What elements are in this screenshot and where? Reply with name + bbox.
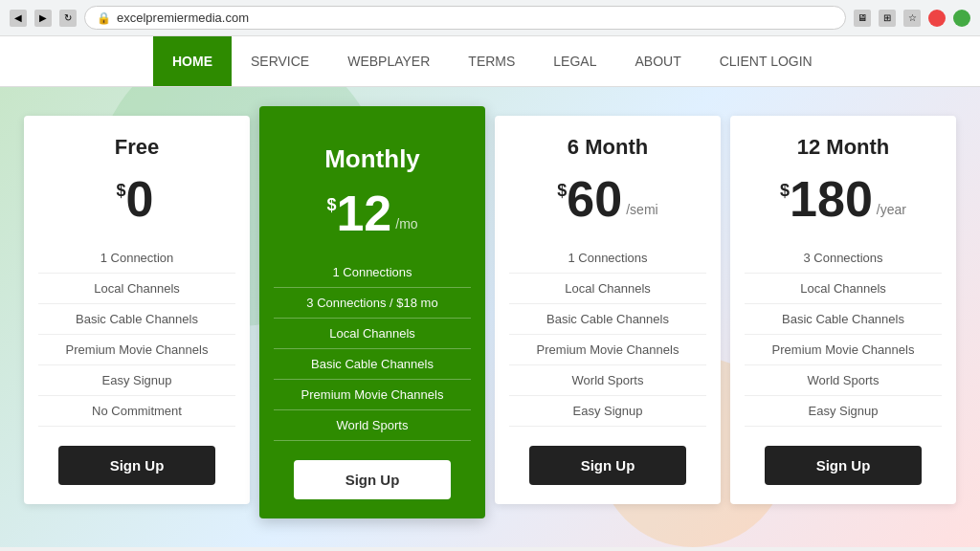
plan-feature: Premium Movie Channels (509, 335, 706, 365)
price-amount: 12 (336, 188, 391, 238)
plan-card-6month: 6 Month $ 60 /semi 1 ConnectionsLocal Ch… (495, 116, 721, 504)
plan-price: $ 12 /mo (274, 188, 471, 238)
nav-link-legal[interactable]: LEGAL (534, 36, 615, 86)
url-text: excelpremiermedia.com (117, 11, 249, 25)
nav-link-webplayer[interactable]: WEBPLAYER (328, 36, 449, 86)
plan-features: 1 ConnectionLocal ChannelsBasic Cable Ch… (38, 243, 235, 427)
plan-feature: 1 Connections (509, 243, 706, 274)
grid-icon: ⊞ (879, 10, 896, 27)
nav-link-home[interactable]: HOME (153, 36, 232, 86)
plan-price: $ 0 (38, 174, 235, 224)
price-amount: 180 (790, 174, 873, 224)
nav-link-about[interactable]: ABOUT (615, 36, 700, 86)
price-amount: 60 (567, 174, 622, 224)
plan-features: 3 ConnectionsLocal ChannelsBasic Cable C… (745, 243, 942, 427)
lock-icon: 🔒 (97, 11, 111, 25)
nav-link-client-login[interactable]: CLIENT LOGIN (701, 36, 832, 86)
refresh-button[interactable]: ↻ (59, 10, 77, 27)
plan-feature: No Commitment (38, 396, 235, 427)
price-period: /year (877, 203, 906, 216)
plan-name: 6 Month (509, 135, 706, 160)
plan-price: $ 60 /semi (509, 174, 706, 224)
plan-feature: 1 Connections (274, 257, 471, 288)
plan-feature: Premium Movie Channels (274, 380, 471, 410)
signup-button[interactable]: Sign Up (765, 446, 923, 485)
plan-feature: Basic Cable Channels (38, 304, 235, 335)
price-amount: 0 (126, 174, 154, 224)
star-icon[interactable]: ☆ (903, 10, 921, 27)
plan-feature: Premium Movie Channels (38, 335, 235, 365)
plan-feature: 1 Connection (38, 243, 235, 274)
plan-feature: World Sports (745, 365, 942, 396)
plan-feature: Premium Movie Channels (745, 335, 942, 365)
plan-feature: Local Channels (274, 319, 471, 349)
plan-card-free: Free $ 0 1 ConnectionLocal ChannelsBasic… (24, 116, 250, 504)
nav-links: HOMESERVICEWEBPLAYERTERMSLEGALABOUTCLIEN… (153, 36, 832, 86)
forward-button[interactable]: ▶ (34, 10, 52, 27)
profile-icon[interactable] (928, 10, 946, 27)
pricing-section: Free $ 0 1 ConnectionLocal ChannelsBasic… (0, 87, 980, 547)
plan-feature: Basic Cable Channels (274, 349, 471, 380)
plan-feature: 3 Connections / $18 mo (274, 288, 471, 319)
plan-feature: World Sports (509, 365, 706, 396)
monitor-icon: 🖥 (854, 10, 871, 27)
plan-feature: Basic Cable Channels (509, 304, 706, 335)
signup-button[interactable]: Sign Up (294, 460, 452, 499)
signup-button[interactable]: Sign Up (58, 446, 216, 485)
plan-feature: Easy Signup (745, 396, 942, 427)
nav-link-service[interactable]: SERVICE (232, 36, 328, 86)
plan-card-monthly: Monthly $ 12 /mo 1 Connections3 Connecti… (259, 106, 485, 518)
price-period: /semi (626, 203, 657, 216)
plan-feature: Easy Signup (509, 396, 706, 427)
pricing-container: Free $ 0 1 ConnectionLocal ChannelsBasic… (19, 116, 961, 518)
plan-features: 1 Connections3 Connections / $18 moLocal… (274, 257, 471, 441)
price-period: /mo (395, 217, 417, 231)
plan-features: 1 ConnectionsLocal ChannelsBasic Cable C… (509, 243, 706, 427)
plan-price: $ 180 /year (745, 174, 942, 224)
browser-bar: ◀ ▶ ↻ 🔒 excelpremiermedia.com 🖥 ⊞ ☆ (0, 0, 980, 36)
url-bar[interactable]: 🔒 excelpremiermedia.com (84, 6, 846, 30)
plan-feature: Local Channels (745, 274, 942, 304)
plan-feature: Basic Cable Channels (745, 304, 942, 335)
price-dollar: $ (326, 196, 336, 213)
plan-feature: Easy Signup (38, 365, 235, 396)
back-button[interactable]: ◀ (10, 10, 27, 27)
plan-name: Monthly (274, 144, 471, 174)
price-dollar: $ (780, 182, 790, 199)
plan-feature: World Sports (274, 410, 471, 441)
price-dollar: $ (557, 182, 567, 199)
status-icon (953, 10, 970, 27)
plan-name: Free (38, 135, 235, 160)
plan-feature: Local Channels (509, 274, 706, 304)
price-dollar: $ (117, 182, 126, 199)
plan-feature: 3 Connections (745, 243, 942, 274)
plan-card-12month: 12 Month $ 180 /year 3 ConnectionsLocal … (730, 116, 956, 504)
navbar: HOMESERVICEWEBPLAYERTERMSLEGALABOUTCLIEN… (0, 36, 980, 87)
plan-name: 12 Month (745, 135, 942, 160)
plan-feature: Local Channels (38, 274, 235, 304)
featured-arrow (334, 106, 411, 135)
nav-link-terms[interactable]: TERMS (449, 36, 534, 86)
signup-button[interactable]: Sign Up (529, 446, 687, 485)
